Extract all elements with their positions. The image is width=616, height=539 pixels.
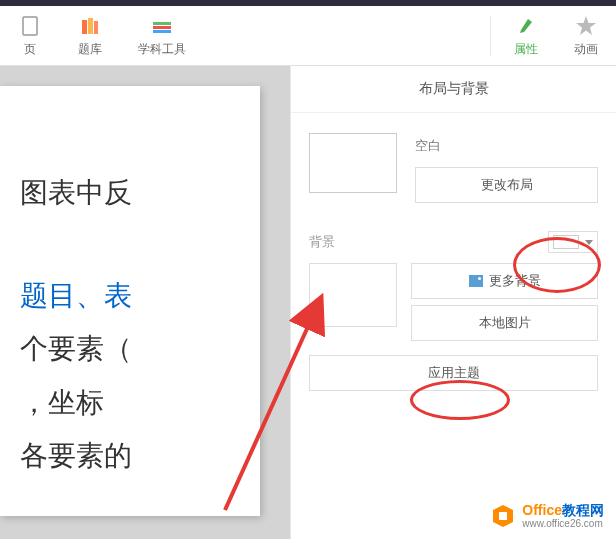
background-color-picker[interactable]	[548, 231, 598, 253]
slide-text-line: 图表中反	[20, 166, 240, 219]
change-layout-button[interactable]: 更改布局	[415, 167, 598, 203]
btn-label: 更多背景	[489, 272, 541, 290]
more-backgrounds-button[interactable]: 更多背景	[411, 263, 598, 299]
svg-rect-4	[153, 22, 171, 25]
watermark-brand: Office教程网	[522, 503, 604, 518]
svg-rect-0	[23, 17, 37, 35]
subject-icon	[150, 14, 174, 38]
star-icon	[574, 14, 598, 38]
svg-rect-2	[88, 18, 93, 34]
page-icon	[18, 14, 42, 38]
toolbar-properties[interactable]: 属性	[496, 9, 556, 63]
slide-text-line: ，坐标	[20, 376, 240, 429]
toolbar-question-bank[interactable]: 题库	[60, 9, 120, 63]
local-image-button[interactable]: 本地图片	[411, 305, 598, 341]
toolbar-label: 动画	[574, 41, 598, 58]
main-toolbar: 页 题库 学科工具 属性 动画	[0, 6, 616, 66]
brush-icon	[514, 14, 538, 38]
toolbar-label: 属性	[514, 41, 538, 58]
background-label: 背景	[309, 233, 335, 251]
toolbar-label: 页	[24, 41, 36, 58]
background-thumbnail[interactable]	[309, 263, 397, 327]
books-icon	[78, 14, 102, 38]
slide-text-line: 各要素的	[20, 429, 240, 482]
picture-icon	[469, 275, 483, 287]
slide-text-line: 个要素（	[20, 322, 240, 375]
panel-title: 布局与背景	[291, 66, 616, 113]
toolbar-page[interactable]: 页	[0, 9, 60, 63]
layout-name: 空白	[415, 137, 598, 155]
watermark: Office教程网 www.office26.com	[490, 503, 604, 529]
apply-theme-button[interactable]: 应用主题	[309, 355, 598, 391]
slide-blue-text: 表	[104, 280, 132, 311]
toolbar-label: 学科工具	[138, 41, 186, 58]
slide-sep: 、	[76, 280, 104, 311]
toolbar-animation[interactable]: 动画	[556, 9, 616, 63]
toolbar-subject-tools[interactable]: 学科工具	[120, 9, 204, 63]
slide-text-line: 题目、表	[20, 269, 240, 322]
svg-rect-3	[94, 21, 98, 34]
svg-rect-6	[153, 30, 171, 33]
properties-panel: 布局与背景 空白 更改布局 背景	[290, 66, 616, 539]
svg-rect-5	[153, 26, 171, 29]
svg-rect-8	[499, 512, 507, 520]
layout-thumbnail[interactable]	[309, 133, 397, 193]
toolbar-label: 题库	[78, 41, 102, 58]
slide-blue-text: 题目	[20, 280, 76, 311]
watermark-url: www.office26.com	[522, 518, 604, 529]
office-logo-icon	[490, 503, 516, 529]
color-swatch	[553, 235, 579, 249]
chevron-down-icon	[585, 240, 593, 245]
slide-preview[interactable]: 图表中反 题目、表 个要素（ ，坐标 各要素的	[0, 86, 260, 516]
svg-rect-1	[82, 20, 87, 34]
canvas-area: 图表中反 题目、表 个要素（ ，坐标 各要素的	[0, 66, 290, 539]
